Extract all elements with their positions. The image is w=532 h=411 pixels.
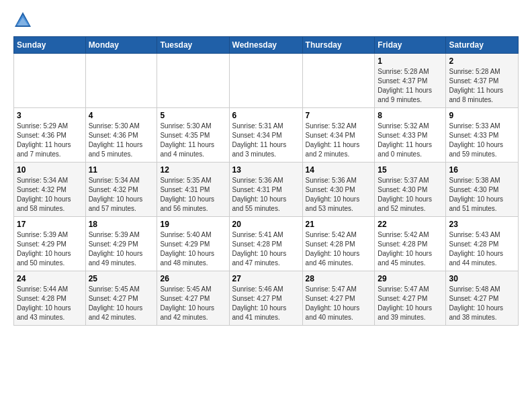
day-number: 25	[89, 274, 154, 283]
day-cell: 14Sunrise: 5:36 AM Sunset: 4:30 PM Dayli…	[302, 163, 375, 217]
week-row-4: 17Sunrise: 5:39 AM Sunset: 4:29 PM Dayli…	[14, 217, 519, 271]
day-cell	[302, 54, 375, 108]
day-info: Sunrise: 5:28 AM Sunset: 4:37 PM Dayligh…	[449, 67, 515, 105]
day-cell: 11Sunrise: 5:34 AM Sunset: 4:32 PM Dayli…	[85, 163, 157, 217]
week-row-1: 1Sunrise: 5:28 AM Sunset: 4:37 PM Daylig…	[14, 54, 519, 108]
day-cell: 7Sunrise: 5:32 AM Sunset: 4:34 PM Daylig…	[302, 108, 375, 163]
day-info: Sunrise: 5:31 AM Sunset: 4:34 PM Dayligh…	[232, 122, 300, 159]
day-cell: 9Sunrise: 5:33 AM Sunset: 4:33 PM Daylig…	[446, 108, 519, 163]
header	[13, 11, 519, 30]
day-number: 29	[378, 274, 443, 283]
day-cell: 29Sunrise: 5:47 AM Sunset: 4:27 PM Dayli…	[375, 271, 446, 326]
day-info: Sunrise: 5:32 AM Sunset: 4:34 PM Dayligh…	[306, 122, 372, 159]
weekday-header-monday: Monday	[85, 37, 157, 54]
day-number: 23	[449, 220, 515, 229]
day-info: Sunrise: 5:35 AM Sunset: 4:31 PM Dayligh…	[160, 176, 226, 214]
day-cell: 5Sunrise: 5:30 AM Sunset: 4:35 PM Daylig…	[157, 108, 229, 163]
day-info: Sunrise: 5:34 AM Sunset: 4:32 PM Dayligh…	[89, 176, 154, 214]
day-number: 20	[232, 220, 300, 229]
day-info: Sunrise: 5:44 AM Sunset: 4:28 PM Dayligh…	[17, 285, 83, 322]
day-info: Sunrise: 5:39 AM Sunset: 4:29 PM Dayligh…	[17, 230, 83, 268]
day-number: 30	[449, 274, 515, 283]
day-cell: 24Sunrise: 5:44 AM Sunset: 4:28 PM Dayli…	[14, 271, 86, 326]
calendar-table: SundayMondayTuesdayWednesdayThursdayFrid…	[13, 36, 519, 326]
day-cell: 3Sunrise: 5:29 AM Sunset: 4:36 PM Daylig…	[14, 108, 86, 163]
day-number: 21	[306, 220, 372, 229]
weekday-row: SundayMondayTuesdayWednesdayThursdayFrid…	[14, 37, 519, 54]
day-number: 3	[17, 111, 83, 120]
day-info: Sunrise: 5:42 AM Sunset: 4:28 PM Dayligh…	[378, 230, 443, 268]
day-number: 11	[89, 165, 154, 175]
day-number: 17	[17, 220, 83, 229]
day-info: Sunrise: 5:37 AM Sunset: 4:30 PM Dayligh…	[378, 176, 443, 214]
day-number: 6	[232, 111, 300, 120]
day-cell	[14, 54, 86, 108]
day-info: Sunrise: 5:42 AM Sunset: 4:28 PM Dayligh…	[306, 230, 372, 268]
day-number: 12	[160, 165, 226, 175]
day-number: 9	[449, 111, 515, 120]
day-info: Sunrise: 5:45 AM Sunset: 4:27 PM Dayligh…	[160, 285, 226, 322]
day-cell: 1Sunrise: 5:28 AM Sunset: 4:37 PM Daylig…	[375, 54, 446, 108]
day-number: 13	[232, 165, 300, 175]
day-number: 26	[160, 274, 226, 283]
day-info: Sunrise: 5:38 AM Sunset: 4:30 PM Dayligh…	[449, 176, 515, 214]
weekday-header-wednesday: Wednesday	[229, 37, 302, 54]
day-number: 7	[306, 111, 372, 120]
day-number: 18	[89, 220, 154, 229]
calendar-header: SundayMondayTuesdayWednesdayThursdayFrid…	[14, 37, 519, 54]
day-cell: 26Sunrise: 5:45 AM Sunset: 4:27 PM Dayli…	[157, 271, 229, 326]
day-cell: 22Sunrise: 5:42 AM Sunset: 4:28 PM Dayli…	[375, 217, 446, 271]
logo	[13, 11, 34, 30]
week-row-5: 24Sunrise: 5:44 AM Sunset: 4:28 PM Dayli…	[14, 271, 519, 326]
day-info: Sunrise: 5:33 AM Sunset: 4:33 PM Dayligh…	[449, 122, 515, 159]
week-row-3: 10Sunrise: 5:34 AM Sunset: 4:32 PM Dayli…	[14, 163, 519, 217]
day-cell	[157, 54, 229, 108]
weekday-header-saturday: Saturday	[446, 37, 519, 54]
day-cell: 10Sunrise: 5:34 AM Sunset: 4:32 PM Dayli…	[14, 163, 86, 217]
day-cell: 16Sunrise: 5:38 AM Sunset: 4:30 PM Dayli…	[446, 163, 519, 217]
day-info: Sunrise: 5:40 AM Sunset: 4:29 PM Dayligh…	[160, 230, 226, 268]
day-number: 10	[17, 165, 83, 175]
weekday-header-friday: Friday	[375, 37, 446, 54]
day-info: Sunrise: 5:46 AM Sunset: 4:27 PM Dayligh…	[232, 285, 300, 322]
day-cell	[229, 54, 302, 108]
day-info: Sunrise: 5:43 AM Sunset: 4:28 PM Dayligh…	[449, 230, 515, 268]
day-info: Sunrise: 5:39 AM Sunset: 4:29 PM Dayligh…	[89, 230, 154, 268]
day-cell	[85, 54, 157, 108]
day-cell: 18Sunrise: 5:39 AM Sunset: 4:29 PM Dayli…	[85, 217, 157, 271]
day-info: Sunrise: 5:36 AM Sunset: 4:31 PM Dayligh…	[232, 176, 300, 214]
day-number: 27	[232, 274, 300, 283]
day-cell: 25Sunrise: 5:45 AM Sunset: 4:27 PM Dayli…	[85, 271, 157, 326]
day-info: Sunrise: 5:29 AM Sunset: 4:36 PM Dayligh…	[17, 122, 83, 159]
day-number: 24	[17, 274, 83, 283]
logo-icon	[13, 11, 32, 30]
day-cell: 2Sunrise: 5:28 AM Sunset: 4:37 PM Daylig…	[446, 54, 519, 108]
day-info: Sunrise: 5:30 AM Sunset: 4:36 PM Dayligh…	[89, 122, 154, 159]
day-number: 28	[306, 274, 372, 283]
day-cell: 28Sunrise: 5:47 AM Sunset: 4:27 PM Dayli…	[302, 271, 375, 326]
day-info: Sunrise: 5:30 AM Sunset: 4:35 PM Dayligh…	[160, 122, 226, 159]
day-info: Sunrise: 5:48 AM Sunset: 4:27 PM Dayligh…	[449, 285, 515, 322]
day-number: 16	[449, 165, 515, 175]
day-cell: 12Sunrise: 5:35 AM Sunset: 4:31 PM Dayli…	[157, 163, 229, 217]
day-cell: 27Sunrise: 5:46 AM Sunset: 4:27 PM Dayli…	[229, 271, 302, 326]
day-number: 8	[378, 111, 443, 120]
calendar-page: SundayMondayTuesdayWednesdayThursdayFrid…	[0, 0, 532, 332]
day-info: Sunrise: 5:34 AM Sunset: 4:32 PM Dayligh…	[17, 176, 83, 214]
day-info: Sunrise: 5:45 AM Sunset: 4:27 PM Dayligh…	[89, 285, 154, 322]
day-number: 1	[378, 56, 443, 66]
day-cell: 15Sunrise: 5:37 AM Sunset: 4:30 PM Dayli…	[375, 163, 446, 217]
day-cell: 6Sunrise: 5:31 AM Sunset: 4:34 PM Daylig…	[229, 108, 302, 163]
day-info: Sunrise: 5:47 AM Sunset: 4:27 PM Dayligh…	[306, 285, 372, 322]
day-info: Sunrise: 5:28 AM Sunset: 4:37 PM Dayligh…	[378, 67, 443, 105]
calendar-body: 1Sunrise: 5:28 AM Sunset: 4:37 PM Daylig…	[14, 54, 519, 326]
day-cell: 23Sunrise: 5:43 AM Sunset: 4:28 PM Dayli…	[446, 217, 519, 271]
day-cell: 8Sunrise: 5:32 AM Sunset: 4:33 PM Daylig…	[375, 108, 446, 163]
day-number: 15	[378, 165, 443, 175]
weekday-header-tuesday: Tuesday	[157, 37, 229, 54]
day-number: 19	[160, 220, 226, 229]
weekday-header-sunday: Sunday	[14, 37, 86, 54]
day-info: Sunrise: 5:36 AM Sunset: 4:30 PM Dayligh…	[306, 176, 372, 214]
day-info: Sunrise: 5:41 AM Sunset: 4:28 PM Dayligh…	[232, 230, 300, 268]
day-cell: 19Sunrise: 5:40 AM Sunset: 4:29 PM Dayli…	[157, 217, 229, 271]
